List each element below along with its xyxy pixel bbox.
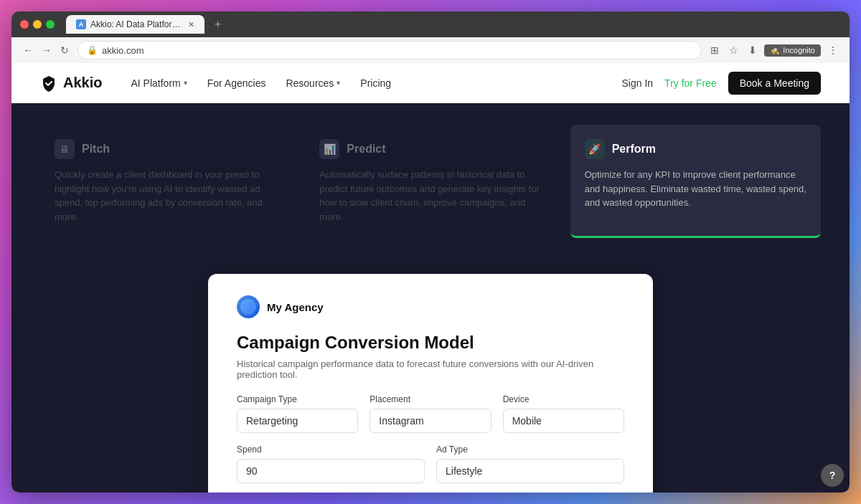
lock-icon: 🔒 <box>87 45 98 55</box>
logo[interactable]: Akkio <box>40 75 102 92</box>
browser-titlebar: A Akkio: AI Data Platform for A... ✕ + <box>11 11 850 37</box>
hero-card-pitch-title: Pitch <box>82 143 110 156</box>
hero-card-pitch-desc: Quickly create a client dashboard in you… <box>55 168 276 224</box>
download-button[interactable]: ⬇ <box>745 43 760 57</box>
spend-label: Spend <box>237 444 425 455</box>
incognito-badge: 🕵 Incognito <box>764 44 821 57</box>
logo-text: Akkio <box>63 75 102 91</box>
close-traffic-light[interactable] <box>20 20 29 29</box>
hero-card-predict-header: 📊 Predict <box>319 139 541 159</box>
device-input[interactable] <box>503 409 624 433</box>
incognito-label: Incognito <box>783 46 815 54</box>
incognito-icon: 🕵 <box>770 46 780 55</box>
spend-input[interactable] <box>237 459 425 483</box>
try-for-free-button[interactable]: Try for Free <box>664 77 717 89</box>
device-group: Device <box>503 394 624 433</box>
pitch-icon: 🖥 <box>55 139 75 159</box>
browser-nav-buttons: ← → ↻ <box>20 43 72 57</box>
campaign-title: Campaign Conversion Model <box>237 333 624 353</box>
form-row-2: Spend Ad Type <box>237 444 624 483</box>
agency-avatar <box>237 295 260 318</box>
ad-type-input[interactable] <box>436 459 624 483</box>
maximize-traffic-light[interactable] <box>46 20 55 29</box>
hero-card-predict-title: Predict <box>347 143 385 156</box>
hero-card-pitch-header: 🖥 Pitch <box>55 139 276 159</box>
browser-tab[interactable]: A Akkio: AI Data Platform for A... ✕ <box>66 15 204 34</box>
main-nav: Akkio AI Platform ▾ For Agencies Resourc… <box>11 63 850 103</box>
outer-wrapper: A Akkio: AI Data Platform for A... ✕ + ←… <box>0 0 861 504</box>
nav-link-pricing[interactable]: Pricing <box>360 77 391 89</box>
nav-link-pricing-label: Pricing <box>360 77 391 89</box>
nav-link-ai-platform[interactable]: AI Platform ▾ <box>131 77 187 89</box>
spend-group: Spend <box>237 444 425 483</box>
tab-favicon: A <box>76 19 86 29</box>
bookmark-button[interactable]: ☆ <box>726 43 741 57</box>
logo-icon <box>40 75 57 92</box>
agency-name: My Agency <box>267 301 324 313</box>
hero-card-perform-desc: Optimize for any KPI to improve client p… <box>585 168 806 210</box>
nav-link-resources-label: Resources <box>286 77 334 89</box>
back-button[interactable]: ← <box>20 43 36 57</box>
reload-button[interactable]: ↻ <box>57 43 72 57</box>
main-content: My Agency Campaign Conversion Model Hist… <box>11 260 850 493</box>
hero-card-perform-title: Perform <box>612 143 656 156</box>
hero-card-perform-header: 🚀 Perform <box>585 139 806 159</box>
campaign-type-input[interactable] <box>237 409 358 433</box>
agency-header: My Agency <box>237 295 624 318</box>
ad-type-group: Ad Type <box>436 444 624 483</box>
new-tab-button[interactable]: + <box>210 16 225 32</box>
traffic-lights <box>20 20 55 29</box>
forward-button[interactable]: → <box>39 43 55 57</box>
hero-card-pitch[interactable]: 🖥 Pitch Quickly create a client dashboar… <box>40 125 291 238</box>
hero-card-predict[interactable]: 📊 Predict Automatically surface patterns… <box>305 125 555 238</box>
ad-type-label: Ad Type <box>436 444 624 455</box>
nav-link-resources[interactable]: Resources ▾ <box>286 77 340 89</box>
nav-actions: Sign In Try for Free Book a Meeting <box>622 72 822 95</box>
campaign-type-group: Campaign Type <box>237 394 358 433</box>
hero-card-predict-desc: Automatically surface patterns in histor… <box>319 168 541 224</box>
hero-section: 🖥 Pitch Quickly create a client dashboar… <box>11 103 850 260</box>
minimize-traffic-light[interactable] <box>33 20 42 29</box>
url-bar[interactable]: 🔒 akkio.com <box>77 41 702 60</box>
tab-title: Akkio: AI Data Platform for A... <box>90 19 184 29</box>
menu-button[interactable]: ⋮ <box>825 43 841 57</box>
placement-group: Placement <box>370 394 491 433</box>
placement-label: Placement <box>370 394 491 404</box>
browser-actions: ⊞ ☆ ⬇ 🕵 Incognito ⋮ <box>707 43 841 57</box>
perform-icon: 🚀 <box>585 139 605 159</box>
campaign-type-label: Campaign Type <box>237 394 358 404</box>
nav-link-for-agencies[interactable]: For Agencies <box>207 77 266 89</box>
book-meeting-button[interactable]: Book a Meeting <box>728 72 821 95</box>
form-row-1: Campaign Type Placement Device <box>237 394 624 433</box>
address-bar: ← → ↻ 🔒 akkio.com ⊞ ☆ ⬇ 🕵 Incognito ⋮ <box>11 37 850 63</box>
website-content: Akkio AI Platform ▾ For Agencies Resourc… <box>11 63 850 493</box>
nav-link-for-agencies-label: For Agencies <box>207 77 266 89</box>
hero-card-perform[interactable]: 🚀 Perform Optimize for any KPI to improv… <box>570 125 821 238</box>
predict-icon: 📊 <box>319 139 339 159</box>
campaign-subtitle: Historical campaign performance data to … <box>237 358 624 380</box>
url-text: akkio.com <box>102 45 144 56</box>
help-button[interactable]: ? <box>821 464 844 487</box>
chevron-down-icon-2: ▾ <box>337 79 340 87</box>
sign-in-button[interactable]: Sign In <box>622 77 654 89</box>
chevron-down-icon: ▾ <box>184 79 187 87</box>
device-label: Device <box>503 394 624 404</box>
campaign-card: My Agency Campaign Conversion Model Hist… <box>208 274 653 493</box>
nav-link-ai-platform-label: AI Platform <box>131 77 180 89</box>
tab-close-icon[interactable]: ✕ <box>188 20 194 29</box>
nav-links: AI Platform ▾ For Agencies Resources ▾ P… <box>131 77 621 89</box>
placement-input[interactable] <box>370 409 491 433</box>
browser-window: A Akkio: AI Data Platform for A... ✕ + ←… <box>11 11 850 493</box>
agency-avatar-inner <box>240 299 256 315</box>
extensions-button[interactable]: ⊞ <box>707 43 722 57</box>
